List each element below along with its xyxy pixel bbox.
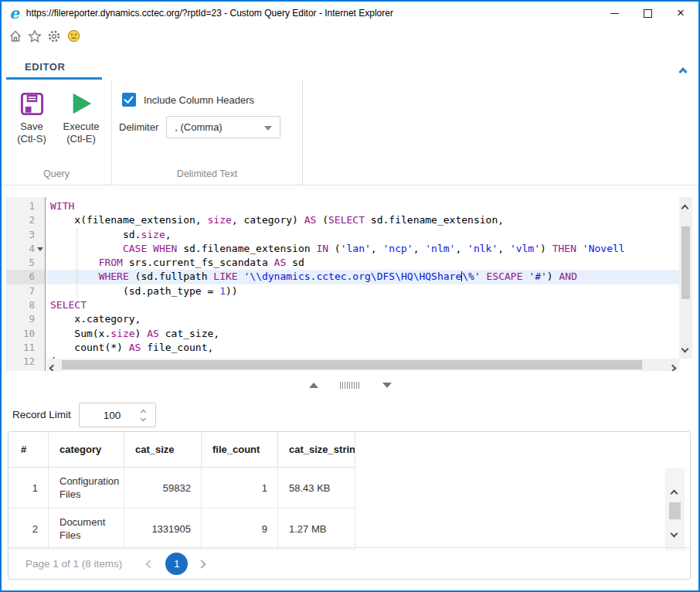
save-button[interactable]: Save (Ctl-S): [8, 90, 56, 145]
record-limit-input[interactable]: 100: [79, 403, 156, 427]
code-line[interactable]: WHERE (sd.fullpath LIKE '\\dynamics.ccte…: [46, 270, 679, 284]
browser-window: e https://filereporter.dynamics.cctec.or…: [0, 0, 700, 592]
table-cell: 58.43 KB: [278, 468, 355, 509]
results-vertical-scrollbar[interactable]: [665, 468, 685, 550]
results-scroll-thumb[interactable]: [669, 502, 681, 519]
line-number: 7: [6, 284, 45, 298]
line-number: 2: [6, 213, 45, 227]
column-header-cat_size[interactable]: cat_size: [124, 432, 202, 468]
editor-vertical-scrollbar[interactable]: [679, 197, 692, 359]
feedback-smiley-icon[interactable]: [66, 29, 80, 43]
dropdown-arrow-icon: [264, 126, 272, 131]
record-limit-row: Record Limit 100: [2, 400, 698, 431]
close-button[interactable]: ×: [677, 8, 685, 19]
code-line[interactable]: x(filename_extension, size, category) AS…: [46, 213, 679, 227]
column-header-num[interactable]: #: [8, 432, 49, 468]
line-number: 4: [6, 242, 45, 256]
code-line[interactable]: Sum(x.size) AS cat_size,: [46, 327, 679, 341]
collapse-ribbon-button[interactable]: [680, 64, 686, 78]
chevron-up-icon: [678, 67, 687, 76]
results-body: 1Configuration Files59832158.43 KB2Docum…: [8, 468, 690, 549]
line-number: 11: [6, 341, 45, 355]
record-limit-label: Record Limit: [12, 409, 71, 420]
scroll-right-icon[interactable]: [669, 365, 677, 371]
include-column-headers-checkbox-row[interactable]: Include Column Headers: [122, 93, 254, 107]
minimize-button[interactable]: [610, 13, 619, 14]
table-cell: Configuration Files: [49, 468, 124, 509]
checkbox-checked-icon[interactable]: [122, 93, 136, 107]
code-line[interactable]: CASE WHEN sd.filename_extension IN ('lan…: [46, 242, 679, 256]
line-number: 1: [6, 199, 45, 213]
save-shortcut: (Ctl-S): [8, 133, 56, 145]
table-row[interactable]: 1Configuration Files59832158.43 KB: [8, 468, 690, 509]
spinner-down-icon[interactable]: [140, 415, 145, 420]
browser-toolbar: [2, 25, 698, 47]
line-number: 3: [6, 228, 45, 242]
line-number: 6: [6, 270, 45, 284]
code-line[interactable]: SELECT: [46, 298, 679, 312]
splitter-collapse-up-icon[interactable]: [309, 383, 318, 388]
delimited-text-group: Include Column Headers Delimiter , (Comm…: [112, 80, 303, 185]
pager-previous-button[interactable]: [147, 556, 153, 570]
fold-arrow-icon[interactable]: [37, 247, 43, 251]
results-scroll-down-icon[interactable]: [671, 530, 678, 538]
splitter-grip-icon[interactable]: [340, 382, 361, 389]
vertical-scroll-thumb[interactable]: [681, 226, 690, 299]
ribbon-body: Save (Ctl-S) Execute (Ctl-E) Query: [2, 80, 698, 185]
scroll-up-icon[interactable]: [681, 205, 689, 213]
line-number-gutter: 123456789101112: [6, 197, 46, 371]
record-limit-value: 100: [80, 410, 134, 421]
chevron-right-icon: [198, 560, 206, 568]
include-column-headers-label: Include Column Headers: [144, 94, 254, 106]
code-line[interactable]: FROM srs.current_fs_scandata AS sd: [46, 256, 679, 270]
table-cell: Document Files: [49, 509, 124, 549]
delimiter-label: Delimiter: [119, 121, 158, 133]
pager: Page 1 of 1 (8 items) 1: [8, 547, 690, 579]
table-cell: 1.27 MB: [278, 509, 355, 549]
favorites-star-icon[interactable]: [28, 29, 42, 43]
table-cell: 1: [8, 468, 49, 509]
code-line[interactable]: count(*) AS file_count,: [46, 341, 679, 355]
home-icon[interactable]: [8, 29, 22, 43]
execute-button[interactable]: Execute (Ctl-E): [57, 90, 105, 145]
pager-next-button[interactable]: [199, 556, 205, 570]
scroll-left-icon[interactable]: [49, 365, 57, 371]
code-line[interactable]: x.category,: [46, 312, 679, 326]
delimiter-value: , (Comma): [175, 121, 222, 133]
pane-splitter[interactable]: [2, 375, 698, 395]
column-header-category[interactable]: category: [49, 432, 124, 468]
sql-editor[interactable]: 123456789101112 WITH x(filename_extensio…: [6, 197, 692, 371]
execute-label: Execute: [57, 121, 105, 133]
column-header-cat_size_string[interactable]: cat_size_string: [278, 432, 355, 468]
table-row[interactable]: 2Document Files133190591.27 MB: [8, 509, 690, 549]
line-number: 12: [6, 355, 45, 369]
scroll-down-icon[interactable]: [681, 345, 689, 353]
column-header-file_count[interactable]: file_count: [202, 432, 278, 468]
tab-editor[interactable]: EDITOR: [25, 61, 65, 73]
ribbon: EDITOR Save (Ctl-S): [2, 49, 698, 185]
editor-horizontal-scrollbar[interactable]: [46, 359, 679, 371]
table-cell: 1: [202, 468, 278, 509]
pager-page-1-button[interactable]: 1: [165, 553, 188, 575]
settings-gear-icon[interactable]: [47, 29, 61, 43]
code-line[interactable]: sd.size,: [46, 228, 679, 242]
results-header-row: #categorycat_sizefile_countcat_size_stri…: [8, 432, 690, 468]
maximize-button[interactable]: [644, 9, 652, 18]
line-number: 10: [6, 327, 45, 341]
chevron-left-icon: [146, 560, 155, 568]
pager-summary: Page 1 of 1 (8 items): [25, 558, 122, 570]
code-line[interactable]: WITH: [46, 199, 679, 213]
horizontal-scroll-thumb[interactable]: [62, 360, 642, 369]
table-cell: 9: [202, 509, 278, 549]
save-floppy-icon: [8, 90, 56, 117]
table-cell: 1331905: [124, 509, 202, 549]
query-group: Save (Ctl-S) Execute (Ctl-E) Query: [2, 80, 112, 185]
results-scroll-up-icon[interactable]: [671, 490, 678, 498]
splitter-collapse-down-icon[interactable]: [382, 383, 392, 388]
code-line[interactable]: (sd.path_type = 1)): [46, 284, 679, 298]
delimiter-dropdown[interactable]: , (Comma): [166, 116, 280, 138]
delimited-group-label: Delimited Text: [112, 168, 302, 179]
indent-guide: [76, 228, 77, 298]
spinner-up-icon[interactable]: [140, 409, 145, 414]
code-area[interactable]: WITH x(filename_extension, size, categor…: [46, 197, 679, 371]
